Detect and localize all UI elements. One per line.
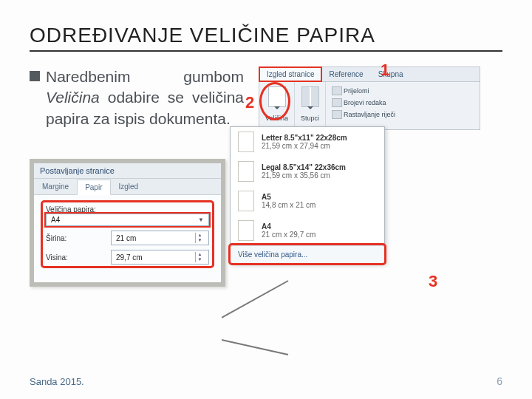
dropdown-more-sizes[interactable]: Više veličina papira... (231, 245, 384, 263)
dialog-tabs: Margine Papir Izgled (34, 179, 221, 194)
width-spinner[interactable]: ▲▼ (195, 233, 204, 243)
height-label: Visina: (46, 253, 105, 262)
ribbon-tab-references[interactable]: Reference (321, 67, 370, 81)
svg-line-0 (222, 281, 288, 318)
ribbon-size-group: Veličina Letter 8.5"x11" 22x28cm21,59 cm… (259, 82, 295, 129)
footer-page-number: 6 (497, 375, 502, 387)
columns-label: Stupci (301, 115, 319, 122)
ribbon-tab-page-layout[interactable]: Izgled stranice (259, 67, 321, 81)
page-icon (238, 220, 254, 241)
body-paragraph: Naredbenim gumbom Veličina odabire se ve… (46, 66, 244, 129)
line-numbers-button[interactable]: Brojevi redaka (332, 98, 386, 107)
line-numbers-label: Brojevi redaka (344, 99, 386, 106)
paper-size-value: A4 (51, 216, 60, 224)
dd-dim: 21,59 cm x 27,94 cm (262, 142, 330, 150)
breaks-button[interactable]: Prijelomi (332, 86, 369, 95)
dropdown-item-legal[interactable]: Legal 8.5"x14" 22x36cm21,59 cm x 35,56 c… (231, 157, 384, 186)
paper-size-select[interactable]: A4 ▼ (46, 214, 209, 226)
page-icon (238, 161, 254, 182)
dd-name: Letter 8.5"x11" 22x28cm (262, 134, 347, 142)
ribbon: Izgled stranice Reference Skupna Veličin… (259, 66, 480, 130)
hyphenation-icon (332, 110, 342, 119)
dd-name: Legal 8.5"x14" 22x36cm (262, 163, 346, 171)
svg-line-1 (222, 340, 288, 355)
size-dropdown: Letter 8.5"x11" 22x28cm21,59 cm x 27,94 … (230, 126, 385, 264)
tab-layout[interactable]: Izgled (111, 179, 147, 194)
hyphenation-button[interactable]: Rastavljanje riječi (332, 110, 395, 119)
page-icon (238, 132, 254, 152)
dd-dim: 14,8 cm x 21 cm (262, 201, 316, 209)
breaks-icon (332, 86, 342, 95)
dropdown-item-a5[interactable]: A514,8 cm x 21 cm (231, 186, 384, 216)
width-input[interactable]: 21 cm ▲▼ (111, 231, 209, 245)
height-value: 29,7 cm (116, 253, 143, 262)
dd-name: A5 (262, 193, 316, 201)
width-label: Širina: (46, 234, 105, 242)
tab-margins[interactable]: Margine (34, 179, 77, 194)
callout-circle-2 (259, 82, 290, 120)
ribbon-breaks-group: Prijelomi Brojevi redaka Rastavljanje ri… (326, 82, 401, 129)
footer-author: Sanda 2015. (30, 376, 84, 387)
chevron-down-icon: ▼ (198, 216, 204, 223)
height-spinner[interactable]: ▲▼ (195, 252, 204, 262)
bullet-icon (30, 71, 40, 81)
width-value: 21 cm (116, 234, 136, 242)
breaks-label: Prijelomi (344, 87, 369, 95)
callout-1: 1 (381, 61, 389, 80)
dialog-title: Postavljanje stranice (34, 163, 221, 179)
body-emphasis: Veličina (46, 89, 100, 106)
page-icon (238, 191, 254, 211)
tab-paper[interactable]: Papir (77, 180, 110, 195)
ribbon-columns-group: Stupci (295, 82, 326, 129)
dropdown-item-letter[interactable]: Letter 8.5"x11" 22x28cm21,59 cm x 27,94 … (231, 127, 384, 157)
callout-3: 3 (429, 272, 437, 291)
ribbon-tab-group[interactable]: Skupna (371, 67, 411, 81)
line-numbers-icon (332, 98, 342, 107)
dropdown-item-a4[interactable]: A421 cm x 29,7 cm (231, 216, 384, 245)
page-setup-dialog: Postavljanje stranice Margine Papir Izgl… (30, 159, 225, 287)
height-input[interactable]: 29,7 cm ▲▼ (111, 250, 209, 265)
dd-name: A4 (262, 222, 316, 231)
dd-dim: 21 cm x 29,7 cm (262, 231, 316, 239)
paper-size-label: Veličina papira: (46, 205, 105, 214)
dd-dim: 21,59 cm x 35,56 cm (262, 171, 330, 180)
slide-title: ODREĐIVANJE VELIČINE PAPIRA (30, 24, 502, 52)
columns-button[interactable] (301, 86, 319, 107)
callout-2: 2 (245, 93, 254, 112)
hyphenation-label: Rastavljanje riječi (344, 111, 395, 118)
body-line1: Naredbenim gumbom (46, 68, 244, 85)
